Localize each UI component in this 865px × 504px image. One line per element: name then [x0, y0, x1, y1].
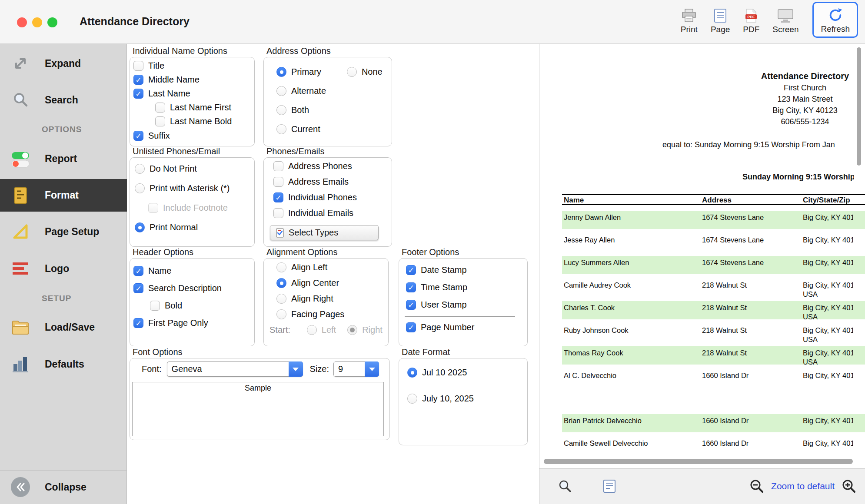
- header-name-checkbox[interactable]: [133, 266, 143, 276]
- zoom-to-default-link[interactable]: Zoom to default: [771, 481, 835, 491]
- sidebar-item-expand[interactable]: Expand: [0, 50, 127, 76]
- option-header-bold[interactable]: Bold: [130, 297, 254, 314]
- date-stamp-checkbox[interactable]: [406, 265, 416, 275]
- sidebar-item-page-setup[interactable]: Page Setup: [0, 219, 127, 245]
- option-align-left[interactable]: Align Left: [264, 259, 388, 275]
- page-button[interactable]: Page: [711, 2, 730, 34]
- sidebar-item-logo[interactable]: Logo: [0, 255, 127, 282]
- option-last-name-first[interactable]: Last Name First: [130, 100, 254, 114]
- option-individual-emails[interactable]: Individual Emails: [264, 205, 392, 221]
- row-city: Big City, KY 40123: [803, 439, 853, 448]
- first-page-only-checkbox[interactable]: [133, 318, 143, 328]
- option-both[interactable]: Both: [264, 100, 392, 119]
- page-number-checkbox[interactable]: [406, 322, 416, 332]
- last-name-bold-checkbox[interactable]: [155, 116, 165, 126]
- chevron-down-icon[interactable]: [365, 361, 379, 377]
- option-do-not-print[interactable]: Do Not Print: [130, 159, 254, 179]
- close-button[interactable]: [17, 17, 27, 27]
- horizontal-scrollbar[interactable]: [544, 459, 853, 464]
- address-emails-checkbox[interactable]: [273, 177, 283, 187]
- option-date-short[interactable]: Jul 10 2025: [399, 364, 527, 381]
- option-last-name[interactable]: Last Name: [130, 86, 254, 100]
- option-page-number[interactable]: Page Number: [399, 318, 527, 336]
- table-header-row: Name Address City/State/Zip: [562, 194, 865, 205]
- option-middle-name[interactable]: Middle Name: [130, 73, 254, 86]
- pdf-button[interactable]: PDF PDF: [743, 2, 759, 34]
- option-print-normal[interactable]: Print Normal: [130, 218, 254, 237]
- individual-phones-checkbox[interactable]: [273, 192, 283, 202]
- none-radio[interactable]: [347, 67, 357, 77]
- align-center-radio[interactable]: [276, 278, 286, 288]
- user-stamp-checkbox[interactable]: [406, 300, 416, 310]
- print-button[interactable]: Print: [681, 2, 698, 34]
- size-select[interactable]: 9: [333, 361, 379, 377]
- last-name-checkbox[interactable]: [133, 89, 143, 99]
- magnifier-icon[interactable]: [558, 479, 572, 494]
- current-radio[interactable]: [276, 124, 286, 134]
- option-facing-pages[interactable]: Facing Pages: [264, 306, 388, 322]
- option-include-footnote[interactable]: Include Footnote: [130, 198, 254, 218]
- screen-button[interactable]: Screen: [772, 2, 798, 34]
- header-options-box: Name Search Description Bold First Page …: [130, 258, 255, 346]
- search-description-checkbox[interactable]: [133, 283, 143, 293]
- start-left-radio[interactable]: [307, 325, 317, 335]
- minimize-button[interactable]: [32, 17, 42, 27]
- page-list-icon[interactable]: [603, 479, 616, 493]
- individual-emails-checkbox[interactable]: [273, 208, 283, 218]
- option-print-with-asterisk[interactable]: Print with Asterisk (*): [130, 179, 254, 198]
- date-short-radio[interactable]: [407, 368, 417, 378]
- start-right-radio[interactable]: [347, 325, 357, 335]
- folder-icon: [11, 318, 30, 337]
- sidebar-item-report[interactable]: Report: [0, 146, 127, 172]
- option-date-long[interactable]: July 10, 2025: [399, 390, 527, 407]
- option-header-name[interactable]: Name: [130, 262, 254, 279]
- address-phones-checkbox[interactable]: [273, 161, 283, 171]
- date-long-radio[interactable]: [407, 394, 417, 404]
- option-individual-phones[interactable]: Individual Phones: [264, 189, 392, 205]
- align-left-radio[interactable]: [276, 262, 286, 272]
- suffix-checkbox[interactable]: [133, 131, 143, 141]
- font-select[interactable]: Geneva: [167, 361, 303, 377]
- sidebar-item-load-save[interactable]: Load/Save: [0, 314, 127, 340]
- refresh-button[interactable]: Refresh: [812, 2, 858, 38]
- facing-pages-radio[interactable]: [276, 309, 286, 319]
- title-checkbox[interactable]: [133, 61, 143, 71]
- zoom-out-icon[interactable]: [749, 479, 764, 494]
- option-align-center[interactable]: Align Center: [264, 275, 388, 291]
- align-right-radio[interactable]: [276, 294, 286, 304]
- option-first-page-only[interactable]: First Page Only: [130, 314, 254, 332]
- option-current[interactable]: Current: [264, 119, 392, 139]
- option-address-phones[interactable]: Address Phones: [264, 158, 392, 174]
- sidebar-item-format[interactable]: Format: [0, 179, 127, 212]
- print-with-asterisk-radio[interactable]: [135, 183, 145, 193]
- option-user-stamp[interactable]: User Stamp: [399, 296, 527, 313]
- select-types-button[interactable]: Select Types: [270, 225, 379, 240]
- include-footnote-checkbox[interactable]: [148, 203, 158, 213]
- header-bold-checkbox[interactable]: [150, 301, 160, 311]
- time-stamp-checkbox[interactable]: [406, 282, 416, 292]
- sidebar-item-search[interactable]: Search: [0, 87, 127, 113]
- maximize-button[interactable]: [47, 17, 57, 27]
- do-not-print-radio[interactable]: [135, 164, 145, 174]
- sidebar-item-collapse[interactable]: Collapse: [0, 474, 127, 500]
- sidebar-item-defaults[interactable]: Defaults: [0, 351, 127, 377]
- chevron-down-icon[interactable]: [289, 361, 303, 377]
- last-name-first-checkbox[interactable]: [155, 103, 165, 113]
- zoom-in-icon[interactable]: [842, 479, 856, 494]
- both-radio[interactable]: [276, 105, 286, 115]
- option-suffix[interactable]: Suffix: [130, 128, 254, 143]
- middle-name-checkbox[interactable]: [133, 75, 143, 85]
- option-search-description[interactable]: Search Description: [130, 279, 254, 297]
- print-normal-radio[interactable]: [135, 222, 145, 232]
- primary-radio[interactable]: [276, 67, 286, 77]
- option-date-stamp[interactable]: Date Stamp: [399, 261, 527, 279]
- option-alternate[interactable]: Alternate: [264, 81, 392, 100]
- option-align-right[interactable]: Align Right: [264, 291, 388, 306]
- option-last-name-bold[interactable]: Last Name Bold: [130, 114, 254, 128]
- option-address-emails[interactable]: Address Emails: [264, 174, 392, 189]
- option-title[interactable]: Title: [130, 59, 254, 73]
- vertical-scrollbar[interactable]: [857, 47, 861, 166]
- alternate-radio[interactable]: [276, 86, 286, 96]
- option-time-stamp[interactable]: Time Stamp: [399, 279, 527, 296]
- option-primary-none[interactable]: Primary None: [264, 62, 392, 81]
